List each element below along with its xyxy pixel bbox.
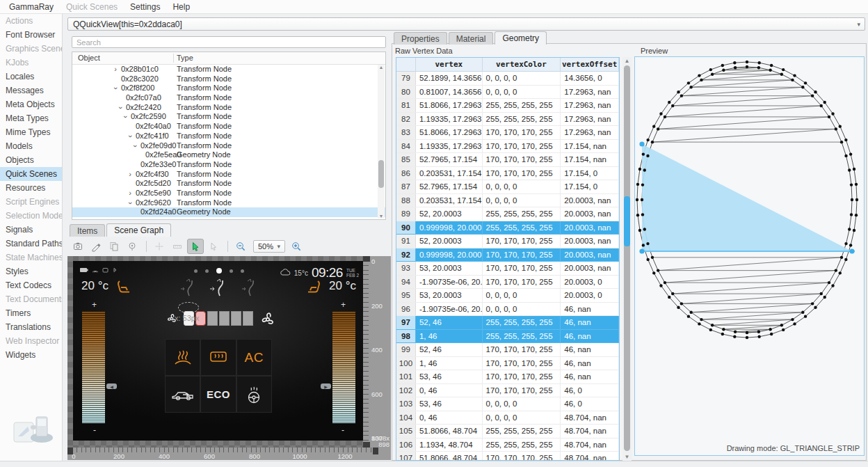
geometry-preview-pane[interactable]: Drawing mode: GL_TRIANGLE_STRIP: [634, 56, 865, 456]
scrollbar-thumb[interactable]: [624, 65, 630, 451]
table-scrollbar[interactable]: ▲ ▼: [622, 57, 632, 461]
table-row[interactable]: 900.999998, 20.0003255, 255, 255, 25520.…: [396, 221, 619, 235]
zoom-in-icon[interactable]: [288, 239, 305, 254]
page-indicator-dots[interactable]: [194, 268, 244, 274]
fan-level-segment[interactable]: [219, 311, 230, 326]
sidebar-item-mime-types[interactable]: Mime Types: [0, 125, 62, 139]
table-row[interactable]: 9952, 46170, 170, 170, 25546, nan: [396, 343, 619, 357]
collapse-icon[interactable]: ›: [111, 86, 120, 91]
sidebar-item-objects[interactable]: Objects: [0, 153, 62, 167]
tree-scrollbar[interactable]: ▲ ▼: [378, 65, 385, 219]
inspect-icon[interactable]: [124, 239, 140, 254]
table-row[interactable]: 1020, 46170, 170, 170, 25546, 0: [396, 384, 619, 398]
ruler-handle[interactable]: [67, 448, 73, 454]
raw-vertex-table[interactable]: vertexvertexColorvertexOffset 7952.1899,…: [396, 57, 620, 461]
menu-gammaray[interactable]: GammaRay: [3, 1, 60, 13]
defrost-rear-button[interactable]: [200, 339, 236, 376]
climate-hmi-canvas[interactable]: 15°c 09:26 TUE FEB 2 20 °c 20 °c + +: [73, 261, 364, 441]
ruler-handle[interactable]: [373, 448, 378, 454]
expand-icon[interactable]: ›: [127, 189, 133, 198]
menu-settings[interactable]: Settings: [124, 1, 166, 13]
sidebar-item-meta-types[interactable]: Meta Types: [0, 111, 62, 125]
tab-scene-graph[interactable]: Scene Graph: [106, 223, 171, 237]
driver-temp-plus[interactable]: +: [92, 300, 97, 310]
tree-row[interactable]: ›0x2fc2420Transform Node: [72, 103, 385, 113]
color-picker-icon[interactable]: [88, 239, 104, 254]
defrost-windshield-button[interactable]: [165, 339, 200, 376]
tab-material[interactable]: Material: [449, 32, 494, 45]
tree-row[interactable]: ›0x2fc4f30Transform Node: [72, 170, 385, 180]
table-row[interactable]: 9553, 20.00030, 0, 0, 020.0003, 0: [396, 289, 619, 303]
collapse-icon[interactable]: ›: [125, 134, 135, 139]
tree-row[interactable]: 0x28c3020Transform Node: [72, 74, 385, 84]
sidebar-item-models[interactable]: Models: [0, 139, 62, 153]
collapse-icon[interactable]: ›: [115, 105, 125, 111]
fan-level-segment[interactable]: [231, 311, 241, 326]
table-row[interactable]: 7952.1899, 14.36560, 0, 0, 014.3656, 0: [396, 72, 619, 86]
screenshot-icon[interactable]: [70, 239, 86, 254]
passenger-seat-icon[interactable]: [306, 280, 321, 294]
collapse-icon[interactable]: ›: [125, 200, 135, 205]
sidebar-item-standard-paths[interactable]: Standard Paths: [0, 237, 62, 251]
scroll-down-icon[interactable]: ▼: [378, 214, 385, 219]
sidebar-item-locales[interactable]: Locales: [0, 70, 62, 84]
scrollbar-thumb[interactable]: [378, 160, 384, 188]
passenger-sync-arrow-button[interactable]: ▶: [321, 383, 331, 389]
page-dot[interactable]: [194, 269, 198, 273]
copy-page-icon[interactable]: [106, 239, 122, 254]
driver-temp-minus[interactable]: -: [93, 425, 96, 435]
tree-row[interactable]: 0x2fe33e0Transform Node: [72, 160, 385, 170]
column-header-row[interactable]: [396, 58, 416, 71]
table-row[interactable]: 920.999998, 20.0003170, 170, 170, 25520.…: [396, 248, 619, 262]
tree-row[interactable]: 0x2fd24a0Geometry Node: [72, 207, 385, 217]
passenger-temp-slider[interactable]: [332, 311, 355, 423]
table-row[interactable]: 10551.8066, 48.704255, 255, 255, 25548.7…: [396, 425, 619, 438]
tree-row[interactable]: 0x2fc5d20Transform Node: [72, 179, 385, 189]
tree-row[interactable]: ›0x2fe09d0Transform Node: [72, 141, 385, 151]
fan-level-segment[interactable]: [243, 311, 253, 326]
table-row[interactable]: 841.19335, 17.2963170, 170, 170, 25517.1…: [396, 140, 619, 154]
zoom-out-icon[interactable]: [232, 239, 249, 254]
tree-row[interactable]: ›0x2f8f200Transform Node: [72, 84, 385, 93]
table-row[interactable]: 1001, 46170, 170, 170, 25546, nan: [396, 357, 619, 371]
sidebar-item-styles[interactable]: Styles: [0, 264, 62, 278]
pick-element-icon[interactable]: [187, 239, 204, 254]
table-row[interactable]: 9353, 20.0003170, 170, 170, 25520.0003, …: [396, 262, 619, 276]
vent-face-feet-icon[interactable]: [241, 278, 259, 299]
table-row[interactable]: 94-1.90735e-06, 20.0003170, 170, 170, 25…: [396, 276, 619, 290]
tab-geometry[interactable]: Geometry: [495, 31, 547, 45]
ruler-handle[interactable]: [363, 256, 370, 262]
passenger-temp-minus[interactable]: -: [341, 425, 344, 435]
table-row[interactable]: 8552.7965, 17.154170, 170, 170, 25517.15…: [396, 153, 619, 167]
table-row[interactable]: 1061.1934, 48.704255, 255, 255, 25548.70…: [396, 438, 619, 452]
steering-heat-button[interactable]: [236, 376, 272, 413]
object-selector-combobox[interactable]: QQuickView[this=0x2ddaca0] ▾: [67, 17, 865, 31]
tree-row[interactable]: 0x2fe5ea0Geometry Node: [72, 150, 385, 160]
page-dot[interactable]: [230, 269, 233, 273]
collapse-icon[interactable]: ›: [130, 143, 140, 148]
table-row[interactable]: 9152, 20.0003170, 170, 170, 25520.0003, …: [396, 235, 619, 248]
table-row[interactable]: 821.19335, 17.2963255, 255, 255, 25517.2…: [396, 113, 619, 127]
table-row[interactable]: 8151.8066, 17.2963255, 255, 255, 25517.2…: [396, 99, 619, 113]
page-dot[interactable]: [216, 268, 222, 274]
fan-high-icon[interactable]: [259, 310, 277, 329]
column-header-vertexOffset[interactable]: vertexOffset: [561, 58, 619, 71]
sidebar-item-timers[interactable]: Timers: [0, 306, 62, 320]
tab-items[interactable]: Items: [70, 224, 105, 237]
scroll-up-icon[interactable]: ▲: [378, 65, 385, 70]
tree-header[interactable]: Object Type: [72, 52, 385, 65]
sidebar-item-messages[interactable]: Messages: [0, 84, 62, 97]
ruler-handle[interactable]: [363, 442, 370, 448]
ac-button[interactable]: AC: [236, 339, 272, 376]
tree-row[interactable]: ›0x2fc5e90Transform Node: [72, 189, 385, 198]
table-row[interactable]: 96-1.90735e-06, 20.00030, 0, 0, 046, nan: [396, 303, 619, 317]
sidebar-item-font-browser[interactable]: Font Browser: [0, 28, 62, 42]
passenger-temp-plus[interactable]: +: [341, 300, 346, 310]
vent-face-icon[interactable]: [179, 278, 198, 299]
sidebar-item-text-codecs[interactable]: Text Codecs: [0, 278, 62, 292]
tree-row[interactable]: ›0x2fc9620Transform Node: [72, 198, 385, 208]
column-header-vertex[interactable]: vertex: [416, 58, 483, 71]
driver-seat-icon[interactable]: [116, 280, 131, 294]
table-header[interactable]: vertexvertexColorvertexOffset: [396, 58, 619, 72]
table-row[interactable]: 880.203531, 17.1540, 0, 0, 020.0003, nan: [396, 194, 619, 208]
